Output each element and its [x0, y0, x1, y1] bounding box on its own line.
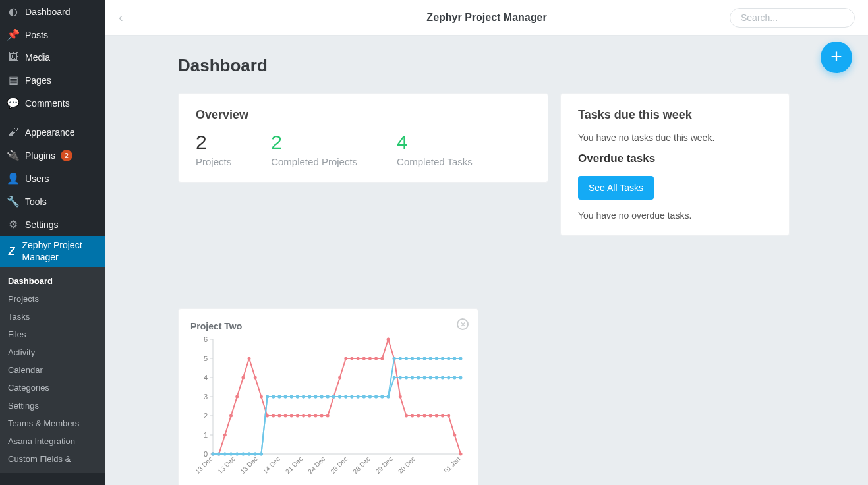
- svg-point-48: [405, 414, 408, 418]
- sidebar-item-posts[interactable]: 📌 Posts: [0, 23, 105, 46]
- svg-point-21: [241, 376, 245, 380]
- close-icon[interactable]: ✕: [457, 318, 469, 330]
- sidebar-item-dashboard[interactable]: ◐ Dashboard: [0, 0, 105, 23]
- svg-point-53: [435, 414, 438, 418]
- svg-point-32: [308, 414, 311, 418]
- svg-text:5: 5: [204, 355, 208, 362]
- svg-point-126: [368, 395, 372, 399]
- sidebar-item-media[interactable]: 🖼 Media: [0, 46, 105, 69]
- wp-admin-sidebar: ◐ Dashboard📌 Posts🖼 Media▤ Pages💬 Commen…: [0, 0, 105, 485]
- overview-card: Overview 2 Projects2 Completed Projects4…: [178, 93, 548, 183]
- sidebar-item-tools-icon: 🔧: [7, 195, 20, 208]
- submenu-item[interactable]: Custom Fields &: [0, 450, 105, 468]
- svg-text:1: 1: [204, 431, 208, 439]
- svg-point-124: [357, 395, 360, 399]
- svg-text:3: 3: [204, 393, 208, 401]
- sidebar-item-label: Settings: [25, 219, 59, 230]
- zephyr-icon: Z: [7, 245, 17, 258]
- sidebar-item-comments[interactable]: 💬 Comments: [0, 92, 105, 115]
- sidebar-item-label: Media: [25, 52, 50, 63]
- submenu-item[interactable]: Files: [0, 326, 105, 343]
- svg-point-112: [284, 395, 287, 399]
- svg-point-105: [241, 453, 245, 456]
- svg-point-39: [350, 357, 353, 360]
- metric: 2 Completed Projects: [271, 132, 357, 167]
- svg-text:24 Dec: 24 Dec: [306, 455, 326, 475]
- svg-point-133: [411, 376, 414, 380]
- metric: 4 Completed Tasks: [397, 132, 473, 167]
- svg-point-95: [435, 357, 438, 360]
- sidebar-item-appearance[interactable]: 🖌 Appearance: [0, 121, 105, 144]
- sidebar-item-tools[interactable]: 🔧 Tools: [0, 190, 105, 213]
- overview-title: Overview: [196, 108, 531, 122]
- submenu-item[interactable]: Tasks: [0, 308, 105, 326]
- svg-point-50: [417, 414, 420, 418]
- topbar: ‹ Zephyr Project Manager: [105, 0, 868, 36]
- submenu-item[interactable]: Dashboard: [0, 272, 105, 290]
- svg-point-30: [296, 414, 299, 418]
- search-input[interactable]: [730, 8, 855, 28]
- no-due-text: You have no tasks due this week.: [578, 132, 772, 143]
- sidebar-item-label: Pages: [25, 75, 51, 86]
- sidebar-item-users[interactable]: 👤 Users: [0, 167, 105, 190]
- svg-point-37: [338, 376, 341, 380]
- submenu-item[interactable]: Settings: [0, 397, 105, 414]
- metric-value: 2: [196, 132, 231, 152]
- metric-label: Completed Tasks: [397, 156, 473, 167]
- svg-text:13 Dec: 13 Dec: [194, 455, 214, 475]
- submenu-item[interactable]: Projects: [0, 290, 105, 308]
- svg-point-18: [223, 434, 227, 437]
- svg-point-54: [441, 414, 444, 418]
- svg-text:4: 4: [204, 374, 208, 382]
- metric: 2 Projects: [196, 132, 231, 167]
- svg-point-130: [393, 376, 396, 380]
- svg-point-109: [266, 395, 269, 399]
- svg-point-125: [362, 395, 366, 399]
- svg-point-102: [223, 453, 227, 456]
- sidebar-item-label: Zephyr Project Manager: [22, 240, 99, 263]
- svg-point-128: [380, 395, 384, 399]
- tasks-card: Tasks due this week You have no tasks du…: [560, 93, 790, 236]
- svg-point-47: [399, 395, 402, 399]
- svg-point-90: [405, 357, 408, 360]
- svg-point-139: [447, 376, 450, 380]
- svg-point-114: [296, 395, 299, 399]
- svg-point-137: [435, 376, 438, 380]
- sidebar-item-media-icon: 🖼: [7, 51, 20, 63]
- sidebar-item-label: Appearance: [25, 127, 75, 138]
- submenu-item[interactable]: Activity: [0, 343, 105, 361]
- sidebar-item-plugins[interactable]: 🔌 Plugins2: [0, 144, 105, 167]
- svg-text:13 Dec: 13 Dec: [216, 455, 236, 475]
- sidebar-item-label: Tools: [25, 196, 47, 207]
- submenu-item[interactable]: Categories: [0, 379, 105, 397]
- sidebar-item-pages[interactable]: ▤ Pages: [0, 69, 105, 92]
- project-chart: 012345613 Dec13 Dec13 Dec14 Dec21 Dec24 …: [190, 335, 467, 480]
- svg-point-101: [217, 453, 221, 456]
- svg-point-111: [277, 395, 281, 399]
- sidebar-item-zephyr[interactable]: Z Zephyr Project Manager: [0, 236, 105, 267]
- svg-point-44: [380, 357, 384, 360]
- submenu-item[interactable]: Teams & Members: [0, 414, 105, 432]
- svg-point-140: [453, 376, 456, 380]
- svg-point-99: [459, 357, 463, 360]
- svg-point-52: [429, 414, 432, 418]
- fab-add-button[interactable]: +: [821, 42, 852, 73]
- svg-text:2: 2: [204, 412, 208, 420]
- svg-point-41: [362, 357, 366, 360]
- svg-text:13 Dec: 13 Dec: [239, 455, 259, 475]
- metric-value: 2: [271, 132, 357, 152]
- submenu-item[interactable]: Asana Integration: [0, 432, 105, 450]
- sidebar-item-settings[interactable]: ⚙ Settings: [0, 213, 105, 236]
- chart-title: Project Two: [190, 321, 466, 331]
- svg-point-104: [235, 453, 239, 456]
- svg-point-28: [284, 414, 287, 418]
- submenu-item[interactable]: Calendar: [0, 361, 105, 379]
- sidebar-item-appearance-icon: 🖌: [7, 127, 20, 138]
- see-all-tasks-button[interactable]: See All Tasks: [578, 176, 654, 200]
- svg-text:01 Jan: 01 Jan: [442, 455, 461, 474]
- update-badge: 2: [61, 150, 72, 161]
- svg-point-23: [254, 376, 257, 380]
- back-chevron-icon[interactable]: ‹: [119, 10, 123, 25]
- svg-point-88: [393, 357, 396, 360]
- svg-point-57: [459, 453, 463, 456]
